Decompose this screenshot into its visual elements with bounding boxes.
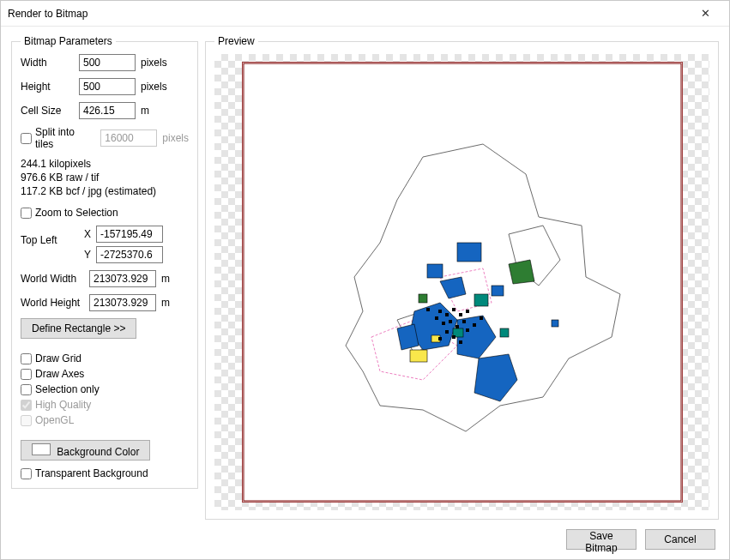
- svg-rect-2: [427, 264, 443, 278]
- dialog-body: Bitmap Parameters Width pixels Height pi…: [1, 27, 729, 520]
- height-label: Height: [21, 81, 74, 93]
- high-quality-checkbox: High Quality: [21, 399, 91, 411]
- x-label: X: [79, 228, 91, 240]
- world-width-input[interactable]: [89, 270, 156, 287]
- background-color-swatch: [32, 443, 51, 455]
- split-into-tiles-checkbox[interactable]: Split into tiles: [21, 126, 95, 150]
- cancel-button[interactable]: Cancel: [645, 529, 715, 550]
- svg-rect-24: [480, 316, 483, 320]
- svg-rect-17: [455, 325, 459, 328]
- size-info: 244.1 kilopixels 976.6 KB raw / tif 117.…: [21, 157, 189, 198]
- zoom-to-selection-checkbox[interactable]: Zoom to Selection: [21, 207, 118, 219]
- svg-rect-12: [445, 313, 449, 316]
- info-line: 117.2 KB bcf / jpg (estimated): [21, 184, 189, 198]
- svg-rect-3: [492, 286, 504, 296]
- svg-rect-14: [459, 313, 462, 316]
- transparent-background-checkbox[interactable]: Transparent Background: [21, 467, 148, 479]
- background-color-button[interactable]: Background Color: [21, 440, 150, 461]
- split-unit: pixels: [162, 132, 189, 144]
- svg-rect-25: [452, 335, 455, 339]
- bgcolor-label: Background Color: [57, 446, 139, 458]
- preview-stage: [214, 54, 709, 510]
- svg-rect-11: [438, 310, 442, 313]
- drawgrid-label: Draw Grid: [35, 352, 81, 364]
- svg-rect-1: [457, 243, 481, 262]
- bitmap-parameters-group: Bitmap Parameters Width pixels Height pi…: [11, 35, 198, 489]
- world-height-label: World Height: [21, 297, 84, 309]
- window-title: Render to Bitmap: [8, 8, 688, 20]
- svg-rect-18: [462, 320, 466, 323]
- height-input[interactable]: [79, 78, 136, 95]
- dialog-footer: Save Bitmap Cancel: [1, 520, 729, 559]
- height-unit: pixels: [141, 81, 167, 93]
- preview-canvas: [243, 63, 682, 502]
- svg-rect-26: [459, 340, 462, 344]
- map-preview-svg: [243, 63, 682, 502]
- cellsize-unit: m: [141, 105, 149, 117]
- preview-legend: Preview: [214, 35, 258, 47]
- world-height-input[interactable]: [89, 294, 156, 311]
- svg-rect-9: [410, 350, 427, 362]
- svg-rect-19: [442, 322, 445, 325]
- dialog-window: Render to Bitmap ✕ Bitmap Parameters Wid…: [0, 0, 730, 560]
- svg-rect-5: [474, 294, 488, 306]
- topleft-y-input[interactable]: [96, 246, 163, 263]
- svg-rect-4: [552, 320, 558, 327]
- svg-rect-22: [473, 323, 476, 327]
- selonly-label: Selection only: [35, 383, 100, 395]
- define-rectangle-button[interactable]: Define Rectangle >>: [21, 318, 136, 339]
- highq-label: High Quality: [35, 399, 91, 411]
- drawaxes-label: Draw Axes: [35, 368, 84, 380]
- titlebar: Render to Bitmap ✕: [1, 1, 729, 27]
- svg-rect-13: [452, 308, 455, 311]
- split-tile-input: [100, 129, 157, 147]
- draw-grid-checkbox[interactable]: Draw Grid: [21, 352, 81, 364]
- topleft-x-input[interactable]: [96, 226, 163, 243]
- preview-group: Preview: [205, 35, 719, 520]
- world-width-unit: m: [161, 273, 170, 285]
- opengl-checkbox: OpenGL: [21, 414, 74, 426]
- world-height-unit: m: [161, 297, 170, 309]
- cellsize-label: Cell Size: [21, 105, 74, 117]
- world-width-label: World Width: [21, 273, 84, 285]
- svg-rect-27: [445, 330, 449, 334]
- left-panel: Bitmap Parameters Width pixels Height pi…: [11, 35, 198, 520]
- selection-only-checkbox[interactable]: Selection only: [21, 383, 100, 395]
- split-label: Split into tiles: [35, 126, 95, 150]
- zoom-label: Zoom to Selection: [35, 207, 118, 219]
- svg-rect-8: [419, 294, 427, 303]
- save-bitmap-button[interactable]: Save Bitmap: [566, 529, 636, 550]
- topleft-label: Top Left: [21, 226, 74, 246]
- opengl-label: OpenGL: [35, 414, 74, 426]
- width-label: Width: [21, 57, 74, 69]
- svg-rect-23: [426, 308, 430, 311]
- info-line: 976.6 KB raw / tif: [21, 171, 189, 184]
- svg-rect-16: [449, 320, 452, 323]
- draw-axes-checkbox[interactable]: Draw Axes: [21, 368, 84, 380]
- svg-rect-15: [466, 310, 469, 313]
- group-legend: Bitmap Parameters: [21, 35, 116, 47]
- svg-rect-7: [500, 328, 509, 337]
- cellsize-input[interactable]: [79, 102, 136, 119]
- width-input[interactable]: [79, 54, 136, 71]
- svg-rect-21: [466, 328, 469, 332]
- width-unit: pixels: [141, 57, 167, 69]
- svg-rect-20: [435, 316, 438, 320]
- y-label: Y: [79, 249, 91, 261]
- right-panel: Preview: [205, 35, 719, 520]
- info-line: 244.1 kilopixels: [21, 157, 189, 171]
- svg-rect-28: [438, 337, 442, 340]
- close-icon[interactable]: ✕: [688, 7, 722, 20]
- transparent-label: Transparent Background: [35, 467, 148, 479]
